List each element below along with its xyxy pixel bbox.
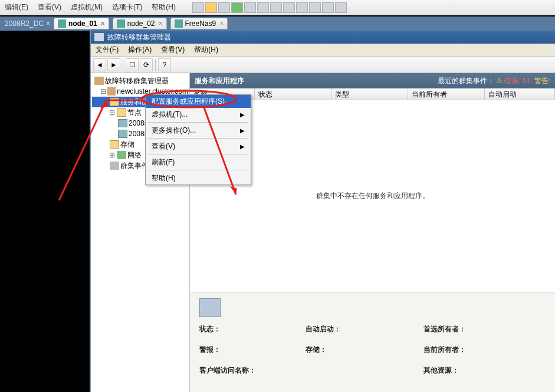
- close-icon[interactable]: ×: [101, 19, 105, 28]
- menu-file[interactable]: 文件(F): [91, 45, 123, 55]
- host-menu-tabs[interactable]: 选项卡(T): [107, 2, 147, 12]
- menu-action[interactable]: 操作(A): [123, 45, 156, 55]
- toolbar-icon[interactable]: [335, 2, 347, 13]
- detail-alert-label: 警报：: [199, 345, 306, 355]
- ctx-separator: [148, 138, 248, 139]
- ctx-label: 刷新(F): [152, 157, 175, 167]
- tree-label: 存储: [120, 140, 134, 150]
- content-header: 服务和应用程序 最近的群集事件： ⚠ 错误: 51, 警告:: [190, 73, 555, 88]
- window-title: 故障转移群集管理器: [107, 32, 171, 42]
- col-type[interactable]: 类型: [331, 88, 408, 100]
- ctx-label: 虚拟机(T)...: [152, 110, 188, 120]
- toolbar-icon[interactable]: [205, 2, 217, 13]
- tab-freenas9[interactable]: FreeNas9 ×: [170, 18, 228, 29]
- close-icon[interactable]: ×: [219, 19, 224, 28]
- help-button[interactable]: ?: [158, 58, 171, 71]
- host-menu-edit[interactable]: 编辑(E): [0, 2, 33, 12]
- ctx-label: 帮助(H): [152, 173, 176, 183]
- recent-events[interactable]: 最近的群集事件： ⚠ 错误: 51, 警告:: [438, 76, 550, 86]
- back-button[interactable]: ◄: [93, 58, 106, 71]
- ctx-separator: [148, 154, 248, 154]
- col-autostart[interactable]: 自动启动: [485, 88, 555, 100]
- detail-autostart-label: 自动启动：: [306, 324, 423, 334]
- tree-label: 故障转移群集管理器: [105, 76, 169, 86]
- window-titlebar: 故障转移群集管理器: [91, 31, 555, 44]
- cluster-mgr-icon: [94, 77, 104, 85]
- col-status[interactable]: 状态: [255, 88, 331, 100]
- collapse-icon[interactable]: ⊟: [100, 87, 106, 95]
- server-icon: [118, 130, 127, 138]
- toolbar-icon[interactable]: [309, 2, 321, 13]
- monitor-icon: [175, 19, 183, 28]
- forward-button[interactable]: ►: [107, 58, 120, 71]
- tree-label: 网络: [127, 150, 142, 160]
- ctx-label: 配置服务或应用程序(S)...: [152, 97, 231, 107]
- submenu-arrow-icon: ▶: [240, 127, 245, 134]
- host-menu-view[interactable]: 查看(V): [33, 2, 66, 12]
- events-icon: [110, 162, 119, 170]
- ctx-separator: [148, 170, 248, 170]
- toolbar-icon[interactable]: [244, 2, 256, 13]
- col-owner[interactable]: 当前所有者: [408, 88, 485, 100]
- folder-icon: [110, 98, 119, 106]
- ctx-separator: [148, 122, 248, 123]
- submenu-arrow-icon: ▶: [240, 111, 245, 118]
- toolbar-icon[interactable]: [231, 2, 243, 13]
- storage-icon: [110, 140, 119, 149]
- ctx-configure-service[interactable]: 配置服务或应用程序(S)...: [146, 95, 251, 108]
- tree-root[interactable]: 故障转移群集管理器: [92, 75, 188, 86]
- tab-node-02[interactable]: node_02 ×: [113, 18, 167, 29]
- folder-icon: [117, 108, 126, 117]
- toolbar-icon[interactable]: [296, 2, 308, 13]
- host-menubar: 编辑(E) 查看(V) 虚拟机(M) 选项卡(T) 帮助(H): [0, 0, 555, 15]
- close-icon[interactable]: ×: [158, 19, 162, 28]
- tab-label: node_02: [127, 19, 155, 28]
- monitor-icon: [117, 19, 125, 28]
- detail-storage-label: 存储：: [306, 345, 423, 355]
- toolbar-icon[interactable]: [257, 2, 269, 13]
- ctx-refresh[interactable]: 刷新(F): [146, 156, 251, 169]
- host-menu-vm[interactable]: 虚拟机(M): [66, 2, 107, 12]
- tab-label: FreeNas9: [185, 19, 216, 28]
- toolbar-icon[interactable]: [218, 2, 230, 13]
- network-icon: [117, 151, 126, 159]
- toolbar-icon[interactable]: [283, 2, 295, 13]
- tab-node-01[interactable]: node_01 ×: [54, 18, 109, 29]
- menu-help[interactable]: 帮助(H): [189, 45, 223, 55]
- refresh-button[interactable]: ⟳: [140, 58, 153, 71]
- host-toolbar: [192, 2, 347, 13]
- breadcrumb[interactable]: 2008R2_DC: [0, 19, 48, 28]
- tree-label: 群集事件: [120, 161, 149, 171]
- detail-icon: [199, 298, 221, 317]
- ctx-label: 查看(V): [152, 141, 175, 151]
- recent-events-label: 最近的群集事件：: [438, 77, 494, 85]
- toolbar-icon[interactable]: [192, 2, 204, 13]
- ctx-more-actions[interactable]: 更多操作(O)... ▶: [146, 124, 251, 137]
- ctx-view[interactable]: 查看(V) ▶: [146, 140, 251, 153]
- ctx-label: 更多操作(O)...: [152, 126, 196, 136]
- mmc-toolbar: ◄ ► ☐ ⟳ ?: [91, 57, 555, 73]
- detail-other-resources-label: 其他资源：: [423, 365, 530, 375]
- toolbar-icon[interactable]: [270, 2, 282, 13]
- detail-current-owner-label: 当前所有者：: [423, 345, 530, 355]
- collapse-icon[interactable]: ⊟: [109, 108, 116, 117]
- ctx-virtual-machine[interactable]: 虚拟机(T)... ▶: [146, 108, 251, 121]
- detail-status-label: 状态：: [199, 324, 306, 334]
- expand-icon[interactable]: ⊞: [109, 151, 116, 159]
- tab-label: node_01: [68, 19, 97, 28]
- toolbar-button[interactable]: ☐: [126, 58, 139, 71]
- submenu-arrow-icon: ▶: [240, 143, 245, 150]
- host-menu-help[interactable]: 帮助(H): [147, 2, 180, 12]
- detail-client-access-label: 客户端访问名称：: [199, 365, 306, 375]
- empty-message: 群集中不存在任何服务和应用程序。: [316, 191, 429, 201]
- server-icon: [118, 119, 127, 127]
- toolbar-icon[interactable]: [322, 2, 334, 13]
- detail-preferred-owner-label: 首选所有者：: [423, 324, 530, 334]
- recent-warnings: 警告:: [534, 77, 550, 85]
- context-menu: 配置服务或应用程序(S)... 虚拟机(T)... ▶ 更多操作(O)... ▶…: [145, 94, 251, 185]
- menu-view[interactable]: 查看(V): [156, 45, 189, 55]
- monitor-icon: [58, 19, 66, 28]
- detail-panel: 状态： 自动启动： 首选所有者： 警报： 存储： 当前所有者： 客户端访问名称：…: [190, 292, 555, 392]
- ctx-help[interactable]: 帮助(H): [146, 172, 251, 185]
- vm-viewport: 故障转移群集管理器 文件(F) 操作(A) 查看(V) 帮助(H) ◄ ► ☐ …: [0, 31, 555, 392]
